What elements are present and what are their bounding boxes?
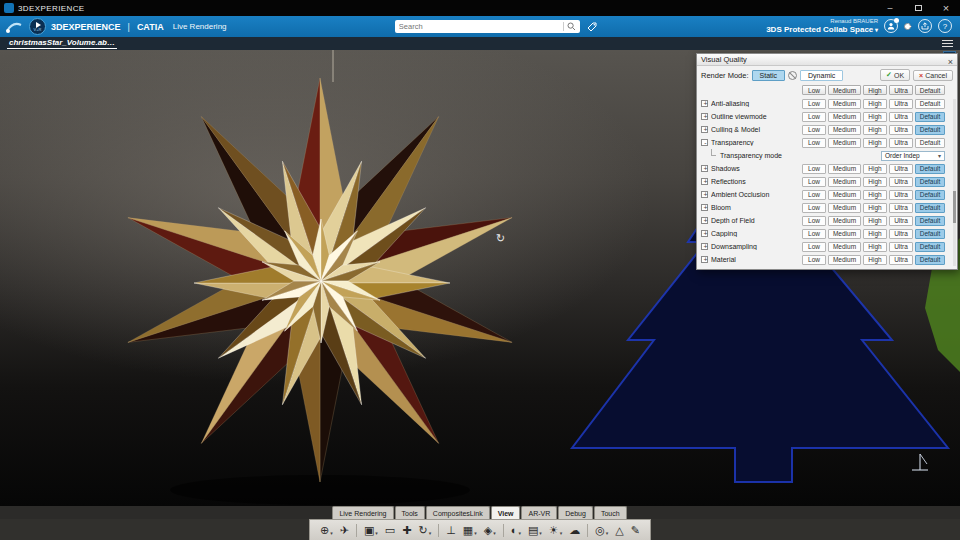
fly-mode-button[interactable]: ✈ (338, 524, 351, 537)
collab-space-dropdown[interactable]: 3DS Protected Collab Space (766, 25, 878, 34)
ribbon-tab-view[interactable]: View (491, 506, 521, 519)
avatar-icon[interactable] (884, 19, 898, 33)
vq-bloom-medium-button[interactable]: Medium (828, 203, 861, 213)
vq-culling-model-high-button[interactable]: High (863, 125, 887, 135)
share-button[interactable] (918, 19, 932, 33)
ambience-button[interactable]: ☁ (567, 524, 582, 537)
vq-downsampling-high-button[interactable]: High (863, 242, 887, 252)
vq-material-ultra-button[interactable]: Ultra (889, 255, 913, 265)
expand-icon[interactable] (701, 113, 708, 120)
column-default-button[interactable]: Default (915, 85, 945, 95)
vq-outline-viewmode-medium-button[interactable]: Medium (828, 112, 861, 122)
vq-capping-default-button[interactable]: Default (915, 229, 945, 239)
rotate-button[interactable]: ↻ (416, 520, 433, 540)
search-input[interactable] (399, 22, 560, 31)
column-low-button[interactable]: Low (802, 85, 826, 95)
cancel-button[interactable]: Cancel (913, 70, 953, 81)
vq-transparency-high-button[interactable]: High (863, 138, 887, 148)
render-style-button[interactable]: ◐ (509, 520, 523, 540)
vq-anti-aliasing-low-button[interactable]: Low (802, 99, 826, 109)
vq-depth-of-field-low-button[interactable]: Low (802, 216, 826, 226)
vq-culling-model-ultra-button[interactable]: Ultra (889, 125, 913, 135)
vq-reflections-medium-button[interactable]: Medium (828, 177, 861, 187)
panel-close-icon[interactable] (948, 51, 953, 69)
help-button[interactable] (938, 19, 952, 33)
vq-material-medium-button[interactable]: Medium (828, 255, 861, 265)
vq-culling-model-default-button[interactable]: Default (915, 125, 945, 135)
settings-button[interactable]: ✎ (629, 524, 642, 537)
vq-culling-model-low-button[interactable]: Low (802, 125, 826, 135)
perspective-button[interactable]: △ (613, 524, 625, 537)
vq-bloom-default-button[interactable]: Default (915, 203, 945, 213)
vq-reflections-ultra-button[interactable]: Ultra (889, 177, 913, 187)
expand-icon[interactable] (701, 243, 708, 250)
vq-shadows-ultra-button[interactable]: Ultra (889, 164, 913, 174)
vq-capping-medium-button[interactable]: Medium (828, 229, 861, 239)
expand-icon[interactable] (701, 256, 708, 263)
vq-transparency-default-button[interactable]: Default (915, 138, 945, 148)
column-high-button[interactable]: High (863, 85, 887, 95)
vq-depth-of-field-high-button[interactable]: High (863, 216, 887, 226)
zoom-area-button[interactable]: ▭ (383, 524, 397, 537)
vq-material-high-button[interactable]: High (863, 255, 887, 265)
render-mode-static-button[interactable]: Static (752, 70, 786, 81)
vq-downsampling-medium-button[interactable]: Medium (828, 242, 861, 252)
user-block[interactable]: Renaud BRAUER 3DS Protected Collab Space (766, 18, 878, 34)
search-box[interactable] (395, 20, 580, 33)
vq-outline-viewmode-default-button[interactable]: Default (915, 112, 945, 122)
vq-transparency-medium-button[interactable]: Medium (828, 138, 861, 148)
multi-view-button[interactable]: ▦ (461, 520, 479, 540)
expand-icon[interactable] (701, 191, 708, 198)
panel-scrollbar[interactable] (953, 99, 956, 266)
vq-ambient-occlusion-high-button[interactable]: High (863, 190, 887, 200)
vq-bloom-high-button[interactable]: High (863, 203, 887, 213)
look-at-button[interactable]: ◎ (593, 520, 610, 540)
expand-icon[interactable] (701, 126, 708, 133)
ribbon-tab-tools[interactable]: Tools (395, 506, 425, 519)
expand-icon[interactable] (701, 165, 708, 172)
ok-button[interactable]: OK (880, 69, 910, 81)
minimize-button[interactable] (876, 0, 904, 16)
vq-ambient-occlusion-ultra-button[interactable]: Ultra (889, 190, 913, 200)
vq-anti-aliasing-high-button[interactable]: High (863, 99, 887, 109)
vq-shadows-medium-button[interactable]: Medium (828, 164, 861, 174)
expand-icon[interactable] (701, 217, 708, 224)
vq-bloom-ultra-button[interactable]: Ultra (889, 203, 913, 213)
vq-outline-viewmode-ultra-button[interactable]: Ultra (889, 112, 913, 122)
vq-ambient-occlusion-low-button[interactable]: Low (802, 190, 826, 200)
add-content-button[interactable] (904, 23, 911, 30)
vq-capping-high-button[interactable]: High (863, 229, 887, 239)
maximize-button[interactable] (904, 0, 932, 16)
vq-shadows-high-button[interactable]: High (863, 164, 887, 174)
pan-button[interactable]: ✚ (400, 524, 413, 537)
normal-view-button[interactable]: ⊥ (444, 524, 458, 537)
vq-bloom-low-button[interactable]: Low (802, 203, 826, 213)
ribbon-tab-ar-vr[interactable]: AR-VR (521, 506, 557, 519)
vq-anti-aliasing-default-button[interactable]: Default (915, 99, 945, 109)
fit-all-button[interactable]: ▣ (362, 520, 380, 540)
vq-transparency-low-button[interactable]: Low (802, 138, 826, 148)
vq-capping-low-button[interactable]: Low (802, 229, 826, 239)
vq-material-default-button[interactable]: Default (915, 255, 945, 265)
vq-depth-of-field-medium-button[interactable]: Medium (828, 216, 861, 226)
vq-anti-aliasing-ultra-button[interactable]: Ultra (889, 99, 913, 109)
vq-reflections-default-button[interactable]: Default (915, 177, 945, 187)
transparency-mode-dropdown[interactable]: Order Indep (881, 151, 945, 161)
search-icon[interactable] (567, 22, 576, 31)
vq-material-low-button[interactable]: Low (802, 255, 826, 265)
vq-reflections-high-button[interactable]: High (863, 177, 887, 187)
tag-icon[interactable] (586, 21, 598, 33)
compass-play-button[interactable]: V+R (29, 18, 46, 35)
ribbon-tab-debug[interactable]: Debug (558, 506, 593, 519)
vq-anti-aliasing-medium-button[interactable]: Medium (828, 99, 861, 109)
vq-culling-model-medium-button[interactable]: Medium (828, 125, 861, 135)
zoom-button[interactable]: ⊕ (318, 520, 335, 540)
expand-icon[interactable] (701, 204, 708, 211)
vq-depth-of-field-default-button[interactable]: Default (915, 216, 945, 226)
vq-transparency-ultra-button[interactable]: Ultra (889, 138, 913, 148)
menu-hamburger-icon[interactable] (942, 40, 953, 48)
vq-outline-viewmode-low-button[interactable]: Low (802, 112, 826, 122)
column-ultra-button[interactable]: Ultra (889, 85, 913, 95)
vq-reflections-low-button[interactable]: Low (802, 177, 826, 187)
column-medium-button[interactable]: Medium (828, 85, 861, 95)
